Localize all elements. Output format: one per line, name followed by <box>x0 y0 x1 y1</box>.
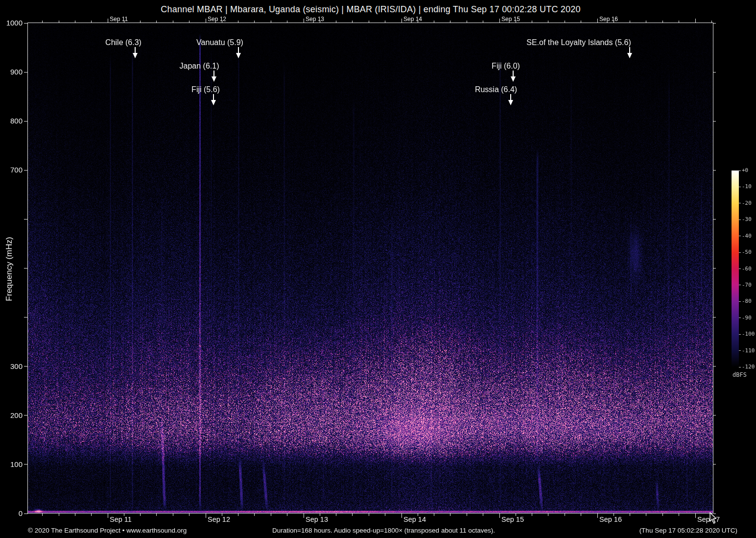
x-tick-label-top: Sep 15 <box>501 16 520 23</box>
x-minor-tick-bottom <box>548 514 548 516</box>
y-tick-label: 1000 <box>3 19 23 27</box>
x-minor-tick-bottom <box>91 514 92 516</box>
y-tick-left <box>24 268 28 269</box>
colorbar-tick-label: -30 <box>742 216 752 222</box>
y-tick-right <box>713 317 716 318</box>
y-tick-right <box>713 464 716 465</box>
x-tick-label-top: Sep 11 <box>110 16 128 23</box>
y-tick-right <box>713 366 716 367</box>
colorbar-tick-label: +0 <box>742 167 748 173</box>
footer-duration: Duration=168 hours. Audio speed-up=1800×… <box>272 527 495 534</box>
x-minor-tick-bottom <box>450 514 450 516</box>
colorbar-tick <box>739 252 741 253</box>
x-minor-tick-bottom <box>483 514 483 516</box>
colorbar-tick-label: -20 <box>742 200 752 206</box>
colorbar-tick <box>739 334 741 335</box>
x-tick-label-bottom: Sep 15 <box>501 515 524 523</box>
x-tick-label-bottom: Sep 11 <box>110 515 132 523</box>
x-major-tick-bottom <box>695 514 696 518</box>
colorbar-tick-label: -120 <box>742 364 755 370</box>
colorbar-tick <box>739 171 741 171</box>
y-tick-right <box>713 170 716 171</box>
x-minor-tick-bottom <box>630 514 630 516</box>
x-major-tick-top <box>499 19 500 23</box>
x-major-tick-bottom <box>499 514 500 518</box>
x-minor-tick-bottom <box>467 514 467 516</box>
x-minor-tick-bottom <box>287 514 287 516</box>
y-tick-label: 0 <box>3 509 23 517</box>
x-major-tick-bottom <box>402 514 402 518</box>
y-tick-left <box>24 514 28 514</box>
y-tick-left <box>24 366 28 367</box>
colorbar-tick-label: -100 <box>742 331 755 337</box>
y-tick-left <box>24 72 28 73</box>
y-tick-left <box>24 121 28 122</box>
colorbar-tick <box>739 318 741 318</box>
footer-timestamp: (Thu Sep 17 05:02:28 2020 UTC) <box>639 527 737 534</box>
colorbar-tick <box>739 220 741 220</box>
x-major-tick-top <box>304 19 304 23</box>
x-tick-label-bottom: Sep 16 <box>599 515 622 523</box>
x-major-tick-bottom <box>304 514 304 518</box>
mouse-cursor-pointer <box>709 512 717 525</box>
x-minor-tick-bottom <box>271 514 271 516</box>
x-major-tick-bottom <box>597 514 598 518</box>
x-minor-tick-bottom <box>369 514 369 516</box>
y-tick-label: 200 <box>3 411 23 419</box>
x-minor-tick-bottom <box>222 514 222 516</box>
colorbar-tick-label: -80 <box>742 298 752 304</box>
y-tick-left <box>24 219 28 220</box>
colorbar-tick-label: -60 <box>742 266 752 272</box>
colorbar-tick-label: -110 <box>742 347 755 354</box>
x-major-tick-bottom <box>206 514 206 518</box>
x-minor-tick-bottom <box>189 514 189 516</box>
x-major-tick-top <box>402 19 402 23</box>
x-minor-tick-bottom <box>581 514 581 516</box>
y-tick-left <box>24 317 28 318</box>
x-major-tick-bottom <box>108 514 108 518</box>
x-major-tick-top <box>597 19 598 23</box>
y-tick-label: 900 <box>3 68 23 76</box>
y-tick-right <box>713 72 716 73</box>
x-minor-tick-bottom <box>646 514 646 516</box>
x-tick-label-top: Sep 12 <box>208 16 226 23</box>
y-tick-right <box>713 268 716 269</box>
x-minor-tick-bottom <box>42 514 43 516</box>
x-minor-tick-bottom <box>124 514 124 516</box>
y-axis-title: Frequency (mHz) <box>4 230 14 308</box>
page-title: Channel MBAR | Mbarara, Uganda (seismic)… <box>28 4 713 15</box>
x-minor-tick-bottom <box>532 514 532 516</box>
x-tick-label-top: Sep 13 <box>306 16 324 23</box>
y-tick-left <box>24 464 28 465</box>
colorbar-tick <box>739 269 741 269</box>
x-minor-tick-bottom <box>679 514 679 516</box>
colorbar-tick <box>739 285 741 285</box>
x-minor-tick-bottom <box>173 514 173 516</box>
colorbar-tick <box>739 203 741 203</box>
x-minor-tick-bottom <box>254 514 255 516</box>
x-tick-label-top: Sep 16 <box>599 16 618 23</box>
x-tick-label-bottom: Sep 12 <box>208 515 230 523</box>
colorbar-tick <box>739 367 741 367</box>
x-minor-tick-bottom <box>156 514 157 516</box>
y-tick-right <box>713 219 716 220</box>
colorbar-tick-label: -40 <box>742 233 752 239</box>
x-minor-tick-bottom <box>614 514 614 516</box>
x-minor-tick-bottom <box>662 514 663 516</box>
y-tick-left <box>24 170 28 171</box>
y-tick-right <box>713 23 716 24</box>
colorbar-tick <box>739 301 741 302</box>
x-major-tick-top <box>108 19 108 23</box>
y-tick-label: 300 <box>3 362 23 370</box>
y-tick-label: 800 <box>3 117 23 125</box>
colorbar-tick-label: -10 <box>742 183 752 190</box>
y-tick-left <box>24 415 28 416</box>
x-minor-tick-bottom <box>140 514 141 516</box>
x-tick-label-bottom: Sep 14 <box>403 515 426 523</box>
x-minor-tick-bottom <box>75 514 75 516</box>
x-minor-tick-bottom <box>320 514 320 516</box>
x-major-tick-top <box>695 19 696 23</box>
x-tick-label-bottom: Sep 13 <box>306 515 328 523</box>
colorbar-tick-label: -50 <box>742 249 752 255</box>
x-minor-tick-bottom <box>516 514 516 516</box>
